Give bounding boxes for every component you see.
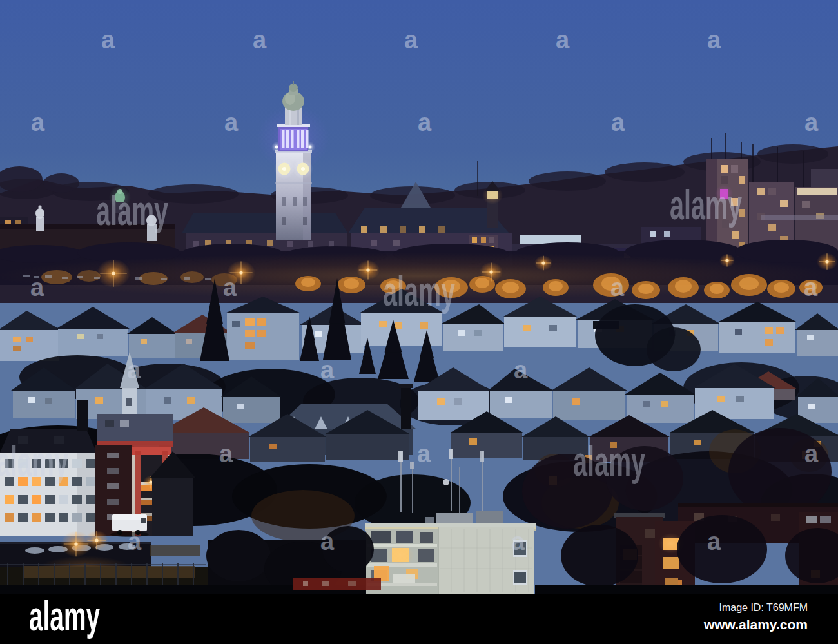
watermark-a-glyph: a <box>127 356 141 384</box>
watermark-a-glyph: a <box>253 26 267 54</box>
watermark-a-glyph: a <box>30 274 44 301</box>
watermark-a-glyph: a <box>320 528 335 555</box>
watermark-a-glyph: a <box>707 528 721 555</box>
watermark-alamy-word: alamy <box>573 438 645 485</box>
watermark-a-glyph: a <box>611 109 625 136</box>
city-dusk-photo: aaaaaaaaaaaaaaaaaaaaaaaaalamyalamyalamya… <box>0 0 838 644</box>
watermark-a-glyph: a <box>31 109 45 136</box>
watermark-a-glyph: a <box>514 356 528 384</box>
watermark-a-glyph: a <box>128 528 142 555</box>
watermark-alamy-word: alamy <box>96 188 168 234</box>
watermark-a-glyph: a <box>404 26 418 54</box>
watermark-a-glyph: a <box>223 274 237 301</box>
alamy-logo: alamy <box>29 593 100 639</box>
watermark-a-glyph: a <box>556 26 570 54</box>
watermark-a-glyph: a <box>804 440 819 467</box>
watermark-a-glyph: a <box>219 440 233 467</box>
watermark-alamy-word: alamy <box>0 438 68 485</box>
watermark-alamy-word: alamy <box>383 268 455 315</box>
watermark-a-glyph: a <box>417 440 431 467</box>
watermark-a-glyph: a <box>224 109 239 136</box>
watermark-a-glyph: a <box>101 26 115 54</box>
footer-bar: alamy Image ID: T69MFM www.alamy.com <box>0 593 838 644</box>
watermark-a-glyph: a <box>320 356 335 384</box>
alamy-url: www.alamy.com <box>703 617 808 632</box>
watermark-a-glyph: a <box>707 26 721 54</box>
watermark-a-glyph: a <box>804 109 819 136</box>
watermark-a-glyph: a <box>610 274 625 301</box>
image-id-label: Image ID: T69MFM <box>719 602 808 613</box>
stock-photo-page: aaaaaaaaaaaaaaaaaaaaaaaaalamyalamyalamya… <box>0 0 838 644</box>
watermark-a-glyph: a <box>511 528 525 555</box>
watermark-a-glyph: a <box>418 109 432 136</box>
watermark-alamy-word: alamy <box>670 182 742 228</box>
watermark-a-glyph: a <box>804 274 818 301</box>
